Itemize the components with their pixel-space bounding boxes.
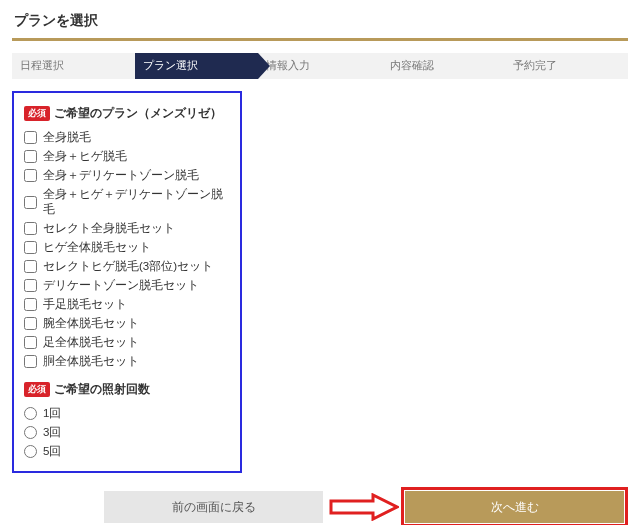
- sessions-option-label: 3回: [43, 425, 61, 440]
- action-bar: 前の画面に戻る 次へ進む: [12, 491, 628, 523]
- step-done: 予約完了: [505, 53, 628, 79]
- plan-option[interactable]: 全身＋ヒゲ＋デリケートゾーン脱毛: [24, 185, 230, 219]
- next-button[interactable]: 次へ進む: [405, 491, 624, 523]
- plan-option[interactable]: ヒゲ全体脱毛セット: [24, 238, 230, 257]
- required-badge: 必須: [24, 382, 50, 397]
- step-confirm: 内容確認: [382, 53, 505, 79]
- sessions-radio[interactable]: [24, 426, 37, 439]
- plan-option-label: 全身＋ヒゲ脱毛: [43, 149, 127, 164]
- plan-checkbox[interactable]: [24, 196, 37, 209]
- plan-option[interactable]: 腕全体脱毛セット: [24, 314, 230, 333]
- plan-option-label: セレクトヒゲ脱毛(3部位)セット: [43, 259, 213, 274]
- plan-checkbox[interactable]: [24, 131, 37, 144]
- plan-option[interactable]: 足全体脱毛セット: [24, 333, 230, 352]
- plan-section-title: ご希望のプラン（メンズリゼ）: [54, 105, 222, 122]
- plan-option-label: 全身＋デリケートゾーン脱毛: [43, 168, 199, 183]
- plan-option[interactable]: 胴全体脱毛セット: [24, 352, 230, 371]
- plan-option-label: 腕全体脱毛セット: [43, 316, 139, 331]
- plan-checkbox[interactable]: [24, 169, 37, 182]
- sessions-option[interactable]: 3回: [24, 423, 230, 442]
- sessions-section-head: 必須 ご希望の照射回数: [24, 381, 230, 398]
- plan-option-label: 胴全体脱毛セット: [43, 354, 139, 369]
- plan-option-label: 足全体脱毛セット: [43, 335, 139, 350]
- plan-option[interactable]: デリケートゾーン脱毛セット: [24, 276, 230, 295]
- step-plan: プラン選択: [135, 53, 258, 79]
- back-button[interactable]: 前の画面に戻る: [104, 491, 323, 523]
- plan-option-list: 全身脱毛 全身＋ヒゲ脱毛 全身＋デリケートゾーン脱毛 全身＋ヒゲ＋デリケートゾー…: [24, 128, 230, 371]
- plan-checkbox[interactable]: [24, 279, 37, 292]
- stepper: 日程選択 プラン選択 情報入力 内容確認 予約完了: [12, 53, 628, 79]
- plan-section-head: 必須 ご希望のプラン（メンズリゼ）: [24, 105, 230, 122]
- sessions-section-title: ご希望の照射回数: [54, 381, 150, 398]
- divider-gold: [12, 38, 628, 41]
- plan-option[interactable]: 全身脱毛: [24, 128, 230, 147]
- sessions-option-label: 1回: [43, 406, 61, 421]
- plan-option-label: デリケートゾーン脱毛セット: [43, 278, 199, 293]
- sessions-option[interactable]: 5回: [24, 442, 230, 461]
- plan-option[interactable]: 全身＋ヒゲ脱毛: [24, 147, 230, 166]
- sessions-option-list: 1回 3回 5回: [24, 404, 230, 461]
- plan-option[interactable]: 手足脱毛セット: [24, 295, 230, 314]
- plan-checkbox[interactable]: [24, 336, 37, 349]
- svg-marker-0: [331, 495, 397, 519]
- plan-option-label: ヒゲ全体脱毛セット: [43, 240, 151, 255]
- sessions-radio[interactable]: [24, 407, 37, 420]
- step-date: 日程選択: [12, 53, 135, 79]
- plan-option-label: 全身脱毛: [43, 130, 91, 145]
- plan-checkbox[interactable]: [24, 222, 37, 235]
- sessions-radio[interactable]: [24, 445, 37, 458]
- plan-option-label: セレクト全身脱毛セット: [43, 221, 175, 236]
- plan-option-label: 手足脱毛セット: [43, 297, 127, 312]
- sessions-option[interactable]: 1回: [24, 404, 230, 423]
- plan-checkbox[interactable]: [24, 298, 37, 311]
- step-info: 情報入力: [258, 53, 381, 79]
- plan-checkbox[interactable]: [24, 355, 37, 368]
- plan-option[interactable]: 全身＋デリケートゾーン脱毛: [24, 166, 230, 185]
- sessions-option-label: 5回: [43, 444, 61, 459]
- plan-option[interactable]: セレクトヒゲ脱毛(3部位)セット: [24, 257, 230, 276]
- plan-option-label: 全身＋ヒゲ＋デリケートゾーン脱毛: [43, 187, 230, 217]
- plan-checkbox[interactable]: [24, 150, 37, 163]
- selection-panel: 必須 ご希望のプラン（メンズリゼ） 全身脱毛 全身＋ヒゲ脱毛 全身＋デリケートゾ…: [12, 91, 242, 473]
- required-badge: 必須: [24, 106, 50, 121]
- plan-option[interactable]: セレクト全身脱毛セット: [24, 219, 230, 238]
- plan-checkbox[interactable]: [24, 241, 37, 254]
- page-title: プランを選択: [12, 8, 628, 38]
- annotation-arrow-icon: [329, 493, 399, 521]
- plan-checkbox[interactable]: [24, 317, 37, 330]
- plan-checkbox[interactable]: [24, 260, 37, 273]
